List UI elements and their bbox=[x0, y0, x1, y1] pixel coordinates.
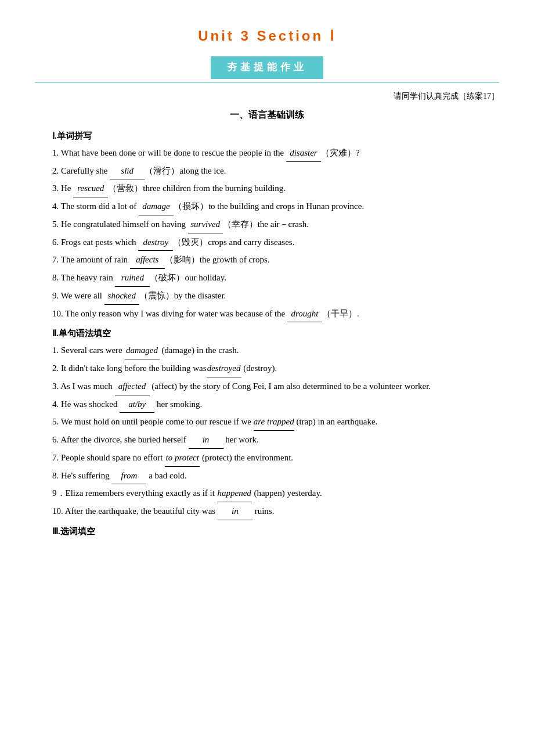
q2-6-hint: her work. bbox=[223, 435, 259, 444]
q1-8: 8. The heavy rain ruined（破坏）our holiday. bbox=[52, 270, 499, 287]
q1-5-text: 5. He congratulated himself on having bbox=[52, 219, 188, 229]
q2-2: 2. It didn't take long before the buildi… bbox=[52, 361, 499, 377]
q2-10-answer: in bbox=[218, 503, 252, 520]
q1-2-cn: （滑行）along the ice. bbox=[145, 166, 226, 175]
part2-heading: Ⅱ.单句语法填空 bbox=[52, 326, 499, 341]
section1-heading: 一、语言基础训练 bbox=[35, 107, 499, 124]
q1-3-text: 3. He bbox=[52, 183, 73, 193]
q1-4: 4. The storm did a lot of damage（损坏）to t… bbox=[52, 199, 499, 215]
q1-6-text: 6. Frogs eat pests which bbox=[52, 237, 138, 247]
q1-9-text: 9. We were all bbox=[52, 291, 104, 300]
q1-8-answer: ruined bbox=[115, 270, 150, 287]
q2-6: 6. After the divorce, she buried herself… bbox=[52, 432, 499, 449]
q2-8-text: 8. He's suffering bbox=[52, 471, 111, 480]
q1-1-num: 1. What have been done or will be done t… bbox=[52, 148, 286, 157]
q1-5: 5. He congratulated himself on having su… bbox=[52, 217, 499, 233]
q2-5-answer: are trapped bbox=[254, 414, 294, 431]
q1-6: 6. Frogs eat pests which destroy（毁灭）crop… bbox=[52, 235, 499, 251]
q1-2-text: 2. Carefully she bbox=[52, 166, 110, 175]
q2-10-hint: ruins. bbox=[252, 506, 275, 516]
q1-1-cn: （灾难）? bbox=[321, 148, 360, 157]
q2-8: 8. He's suffering from a bad cold. bbox=[52, 468, 499, 485]
q1-7: 7. The amount of rain affects（影响）the gro… bbox=[52, 252, 499, 269]
q1-6-answer: destroy bbox=[138, 235, 173, 251]
q1-2: 2. Carefully she slid（滑行）along the ice. bbox=[52, 163, 499, 180]
q2-5-hint: (trap) in an earthquake. bbox=[294, 417, 378, 426]
q2-7-text: 7. People should spare no effort bbox=[52, 453, 165, 462]
subtitle-text: 夯基提能作业 bbox=[211, 56, 323, 79]
q1-3-answer: rescued bbox=[73, 181, 108, 197]
q1-9-cn: （震惊）by the disaster. bbox=[139, 291, 226, 300]
q1-6-cn: （毁灭）crops and carry diseases. bbox=[173, 237, 294, 247]
q1-7-text: 7. The amount of rain bbox=[52, 255, 130, 264]
q1-9: 9. We were all shocked（震惊）by the disaste… bbox=[52, 288, 499, 305]
q2-3: 3. As I was much affected (affect) by th… bbox=[52, 379, 499, 395]
q2-1: 1. Several cars were damaged (damage) in… bbox=[52, 343, 499, 359]
q2-8-hint: a bad cold. bbox=[146, 471, 186, 480]
q2-3-text: 3. As I was much bbox=[52, 381, 115, 391]
q1-3-cn: （营救）three children from the burning buil… bbox=[108, 183, 286, 193]
part3-heading: Ⅲ.选词填空 bbox=[52, 524, 499, 539]
q1-9-answer: shocked bbox=[104, 288, 139, 305]
q2-4-text: 4. He was shocked bbox=[52, 399, 120, 409]
q2-2-text: 2. It didn't take long before the buildi… bbox=[52, 363, 207, 373]
q1-10-answer: drought bbox=[287, 306, 322, 323]
q2-4-answer: at/by bbox=[120, 397, 154, 413]
q2-3-answer: affected bbox=[115, 379, 150, 395]
q2-10-text: 10. After the earthquake, the beautiful … bbox=[52, 506, 218, 516]
q2-4-hint: her smoking. bbox=[154, 399, 202, 409]
q2-4: 4. He was shocked at/by her smoking. bbox=[52, 397, 499, 413]
q2-2-answer: destroyed bbox=[207, 361, 241, 377]
q2-7-answer: to protect bbox=[165, 450, 200, 467]
q1-3: 3. He rescued（营救）three children from the… bbox=[52, 181, 499, 197]
q2-6-text: 6. After the divorce, she buried herself bbox=[52, 435, 189, 444]
q2-10: 10. After the earthquake, the beautiful … bbox=[52, 503, 499, 520]
page-title: Unit 3 Section Ⅰ bbox=[35, 23, 499, 48]
q1-10-text: 10. The only reason why I was diving for… bbox=[52, 309, 287, 318]
q1-8-text: 8. The heavy rain bbox=[52, 273, 115, 282]
instruction-text: 请同学们认真完成［练案17］ bbox=[35, 89, 499, 103]
subtitle-bar: 夯基提能作业 bbox=[35, 56, 499, 79]
q1-1-answer: disaster bbox=[286, 145, 321, 162]
q2-2-hint: (destroy). bbox=[241, 363, 277, 373]
q1-1: 1. What have been done or will be done t… bbox=[52, 145, 499, 162]
q2-9: 9．Eliza remembers everything exactly as … bbox=[52, 485, 499, 502]
q2-9-answer: happened bbox=[217, 485, 252, 502]
q2-7: 7. People should spare no effort to prot… bbox=[52, 450, 499, 467]
q2-5: 5. We must hold on until people come to … bbox=[52, 414, 499, 431]
q1-4-text: 4. The storm did a lot of bbox=[52, 201, 139, 211]
q2-6-answer: in bbox=[189, 432, 223, 449]
q2-3-hint: (affect) by the story of Cong Fei, I am … bbox=[150, 381, 431, 391]
q2-5-text: 5. We must hold on until people come to … bbox=[52, 417, 254, 426]
q2-1-answer: damaged bbox=[125, 343, 160, 359]
part1-heading: Ⅰ.单词拼写 bbox=[52, 128, 499, 144]
q1-8-cn: （破坏）our holiday. bbox=[150, 273, 226, 282]
q2-9-text: 9．Eliza remembers everything exactly as … bbox=[52, 488, 217, 498]
divider bbox=[35, 82, 499, 83]
q1-4-answer: damage bbox=[139, 199, 174, 215]
q2-8-answer: from bbox=[111, 468, 146, 485]
q1-10: 10. The only reason why I was diving for… bbox=[52, 306, 499, 323]
q1-5-answer: survived bbox=[188, 217, 223, 233]
q1-5-cn: （幸存）the air－crash. bbox=[223, 219, 309, 229]
q2-9-hint: (happen) yesterday. bbox=[252, 488, 322, 498]
q2-7-hint: (protect) the environment. bbox=[200, 453, 293, 462]
q2-1-text: 1. Several cars were bbox=[52, 345, 125, 355]
q1-7-cn: （影响）the growth of crops. bbox=[165, 255, 270, 264]
q1-4-cn: （损坏）to the building and crops in Hunan p… bbox=[174, 201, 364, 211]
q2-1-hint: (damage) in the crash. bbox=[160, 345, 239, 355]
q1-2-answer: slid bbox=[110, 163, 145, 180]
q1-10-cn: （干旱）. bbox=[322, 309, 359, 318]
q1-7-answer: affects bbox=[130, 252, 165, 269]
